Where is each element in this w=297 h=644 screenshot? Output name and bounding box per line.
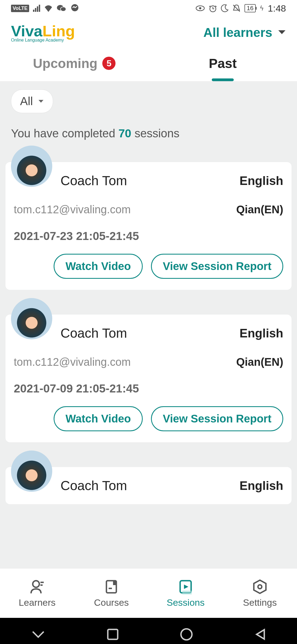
- charging-icon: ϟ: [260, 4, 264, 12]
- caret-down-icon: [38, 99, 44, 103]
- filter-chip[interactable]: All: [11, 89, 53, 113]
- svg-point-1: [61, 7, 66, 11]
- watch-video-button[interactable]: Watch Video: [54, 406, 143, 431]
- sys-nav-home[interactable]: [179, 627, 194, 642]
- watch-video-button[interactable]: Watch Video: [54, 254, 143, 279]
- coach-email: tom.c112@vivaling.com: [14, 203, 131, 216]
- session-list[interactable]: Coach Tom English tom.c112@vivaling.com …: [0, 140, 297, 504]
- svg-rect-13: [182, 591, 192, 594]
- filter-label: All: [20, 95, 33, 108]
- logo-ling: Ling: [42, 22, 75, 40]
- messenger-icon: [70, 4, 79, 13]
- completed-summary: You have completed 70 sessions: [11, 127, 297, 140]
- sys-nav-back[interactable]: [253, 627, 267, 641]
- nav-courses-label: Courses: [94, 597, 129, 608]
- session-datetime: 2021-07-09 21:05-21:45: [14, 382, 283, 395]
- upcoming-badge: 5: [102, 57, 116, 70]
- courses-icon: [103, 578, 120, 595]
- avatar: [11, 451, 52, 492]
- learner-select-dropdown[interactable]: All learners: [203, 25, 286, 40]
- battery-icon: 16: [244, 4, 255, 12]
- svg-rect-16: [108, 629, 118, 639]
- summary-prefix: You have completed: [11, 127, 119, 140]
- coach-name: Coach Tom: [61, 173, 127, 188]
- session-card[interactable]: Coach Tom English tom.c112@vivaling.com …: [6, 162, 292, 290]
- signal-icon: [33, 5, 40, 12]
- moon-icon: [221, 4, 229, 12]
- alarm-icon: [209, 4, 217, 12]
- tab-past-label: Past: [209, 56, 237, 71]
- view-report-button[interactable]: View Session Report: [151, 406, 283, 431]
- tab-upcoming[interactable]: Upcoming 5: [0, 45, 148, 81]
- content-area: All You have completed 70 sessions Coach…: [0, 81, 297, 568]
- session-language: English: [240, 326, 283, 340]
- learners-icon: [29, 578, 45, 595]
- status-left: VoLTE: [11, 4, 79, 13]
- bell-off-icon: [232, 4, 241, 12]
- nav-sessions-label: Sessions: [167, 597, 205, 608]
- volte-icon: VoLTE: [11, 5, 29, 12]
- bottom-nav: Learners Courses Sessions Settings: [0, 568, 297, 618]
- app-header: VivaLing Online Language Academy All lea…: [0, 17, 297, 45]
- coach-name: Coach Tom: [61, 478, 127, 493]
- summary-suffix: sessions: [131, 127, 179, 140]
- settings-icon: [252, 578, 268, 595]
- logo-viva: Viva: [11, 22, 42, 40]
- session-card[interactable]: Coach Tom English tom.c112@vivaling.com …: [6, 315, 292, 442]
- svg-point-6: [33, 581, 39, 587]
- svg-point-4: [199, 7, 201, 9]
- session-tabs: Upcoming 5 Past: [0, 45, 297, 81]
- coach-email: tom.c112@vivaling.com: [14, 356, 131, 368]
- avatar: [11, 146, 52, 187]
- wechat-icon: [57, 4, 67, 12]
- summary-count: 70: [119, 127, 131, 140]
- nav-sessions[interactable]: Sessions: [148, 569, 223, 618]
- sys-nav-down[interactable]: [30, 629, 46, 640]
- tab-upcoming-label: Upcoming: [33, 56, 98, 71]
- coach-name: Coach Tom: [61, 326, 127, 341]
- avatar: [11, 298, 52, 339]
- svg-marker-14: [254, 580, 266, 593]
- svg-point-15: [258, 585, 262, 589]
- status-time: 1:48: [268, 3, 286, 14]
- nav-learners[interactable]: Learners: [0, 569, 74, 618]
- session-datetime: 2021-07-23 21:05-21:45: [14, 230, 283, 243]
- session-language: English: [240, 479, 283, 493]
- logo: VivaLing Online Language Academy: [11, 22, 75, 43]
- session-card[interactable]: Coach Tom English: [6, 467, 292, 504]
- system-nav: [0, 618, 297, 644]
- view-report-button[interactable]: View Session Report: [151, 254, 283, 279]
- tab-past[interactable]: Past: [148, 45, 297, 81]
- sessions-icon: [177, 578, 194, 595]
- nav-settings[interactable]: Settings: [223, 569, 297, 618]
- nav-learners-label: Learners: [19, 597, 56, 608]
- wifi-icon: [44, 4, 53, 12]
- sys-nav-recent[interactable]: [106, 628, 119, 641]
- status-bar: VoLTE 16 ϟ 1:48: [0, 0, 297, 17]
- svg-point-17: [181, 629, 192, 640]
- nav-courses[interactable]: Courses: [74, 569, 148, 618]
- svg-rect-10: [113, 581, 116, 585]
- caret-down-icon: [278, 30, 286, 35]
- session-language: English: [240, 174, 283, 188]
- learner-name: Qian(EN): [236, 356, 283, 368]
- status-right: 16 ϟ 1:48: [196, 3, 286, 14]
- eye-icon: [196, 5, 205, 12]
- learner-select-label: All learners: [203, 25, 272, 40]
- nav-settings-label: Settings: [243, 597, 277, 608]
- learner-name: Qian(EN): [236, 203, 283, 216]
